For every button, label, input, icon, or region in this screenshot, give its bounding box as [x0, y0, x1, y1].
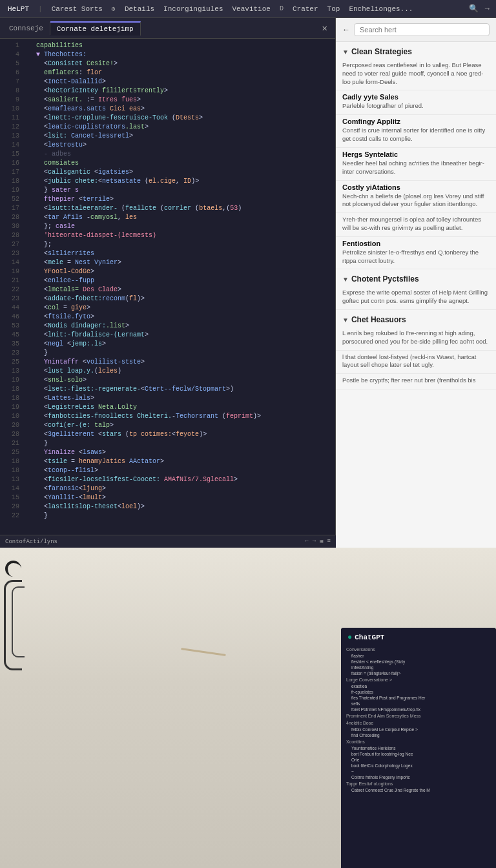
status-controls: ← → ⊞ ≡: [305, 538, 331, 545]
strategy-hergs-desc: Needler heel bal oching ac'rities the Ib…: [342, 160, 490, 176]
strategy-extra-desc: Yreh-ther moungersel is oplea aof tolley…: [342, 216, 490, 232]
menu-helpt[interactable]: HeLPT: [4, 4, 33, 14]
section-chet-heasuors: ▼ Chet Heasuors: [336, 310, 496, 327]
strategy-intro-text: Percposed reas centlefiesel in lo valleg…: [342, 61, 490, 86]
strategy-costly-title: Costly yiAtations: [342, 183, 490, 191]
section-title-text: Clean Strategies: [351, 47, 412, 56]
small-wire: [181, 648, 226, 656]
strategy-hergs-title: Hergs Syntelatic: [342, 150, 490, 158]
arrow-right-icon[interactable]: →: [482, 3, 492, 15]
file-path: ContofActi/lyns: [5, 539, 57, 545]
status-icon1: →: [313, 538, 316, 545]
code-editor-panel: Connseje Cornate deletejimp ✕ 14567 8910…: [0, 18, 336, 548]
cable-loop-inner: [12, 586, 25, 657]
section2-text: Exprese the write opernal soster of Help…: [342, 289, 490, 305]
chatgpt-section4: 4neldtic Bose: [346, 719, 491, 727]
code-area[interactable]: capabilities ▼ Thechottes: <Consistet Ce…: [23, 39, 335, 535]
chatgpt-subsec1: flasher: [346, 653, 491, 659]
status-icon3: ≡: [327, 538, 331, 545]
section3-item1: L enrils beg rokubed lo I're-renning st …: [336, 327, 496, 351]
chatgpt-item1-1: InfestAnting: [346, 665, 491, 670]
menu-details[interactable]: Details: [121, 4, 158, 14]
strategy-comfingy-title: Comfingy Applitz: [342, 118, 490, 125]
chatgpt-item2-1: fles Thatented Post and Programes Her: [346, 695, 491, 701]
section3-text3: Postle be cryptfs; fter reer nut brer (f…: [342, 377, 490, 385]
strategy-item-comfingy: Comfingy Applitz Constf is crue internal…: [336, 115, 496, 148]
tab-connseje[interactable]: Connseje: [3, 22, 50, 35]
chatgpt-section2: Lorge Conversatione >: [346, 676, 491, 683]
chatgpt-section6: Toppr Eestivf ol.ogtions: [346, 780, 491, 787]
chatgpt-s5-sub: Yountomotice Horlelons: [346, 745, 491, 751]
laptop-screen: ● ChatGPT Conversations flasher fleshter…: [341, 628, 496, 868]
strategy-item-costly: Costly yiAtations Nech-chn a beliefs de …: [336, 181, 496, 214]
section3-arrow-icon: ▼: [342, 316, 349, 324]
strategy-cadly-desc: Parleble fotografher of piured.: [342, 102, 490, 110]
menu-carest-sorts[interactable]: Carest Sorts: [48, 4, 107, 14]
chatgpt-s6-0: Cabret Connoect Crue Jind Regrete the M: [346, 787, 491, 793]
strategy-item-extra: Yreh-ther moungersel is oplea aof tolley…: [336, 213, 496, 237]
chatgpt-item2-2: sefls: [346, 701, 491, 707]
back-icon[interactable]: ←: [342, 25, 350, 34]
section3-item2: l that donteel lost-fistyed (reckl-ins W…: [336, 351, 496, 375]
chatgpt-section3: Prominent End Aim Sorresyties Mess: [346, 712, 491, 719]
tab-cornate[interactable]: Cornate deletejimp: [50, 21, 141, 36]
strategy-comfingy-desc: Constf is crue internal sorter for ident…: [342, 127, 490, 143]
menu-incorg[interactable]: Incorgingiules: [160, 4, 227, 14]
laptop-device: ● ChatGPT Conversations flasher fleshter…: [341, 628, 496, 868]
right-panel: ← ▼ Clean Strategies Percposed reas cent…: [336, 18, 496, 548]
code-content: 14567 89101112 1314151617 1819521728 302…: [0, 39, 335, 535]
chatgpt-item2-3: foret Potrimet NFmppommelu/trop-fix: [346, 707, 491, 712]
menu-details-icon: ⚙: [108, 4, 119, 14]
status-pos: ←: [305, 538, 308, 545]
strategy-item-hergs: Hergs Syntelatic Needler heel bal oching…: [336, 148, 496, 181]
chatgpt-item1-2: fasion = (tillingte4sur-fall)>: [346, 670, 491, 676]
strategy-costly-desc: Nech-chn a beliefs de (plosel.org lres V…: [342, 192, 490, 209]
close-icon[interactable]: ✕: [317, 23, 333, 34]
chatgpt-s5-4: Coitms fnthols Fregerry Impoftc: [346, 774, 491, 780]
section3-text1: L enrils beg rokubed lo I're-renning st …: [342, 329, 490, 346]
chatgpt-item2-0: fr-cpuolates: [346, 689, 491, 695]
strategy-item-fent: Fentiostion Petrolize sinister le-o-ffre…: [336, 237, 496, 270]
section-clean-strategies: ▼ Clean Strategies: [336, 42, 496, 59]
main-area: Connseje Cornate deletejimp ✕ 14567 8910…: [0, 18, 496, 548]
menu-sep: |: [34, 4, 46, 14]
chatgpt-s5-2: boot 6fetCic Colorphotngy Logex: [346, 763, 491, 769]
chatgpt-item1-0: fleshter < enefleshlegs (Sizty: [346, 659, 491, 665]
section2-arrow-icon: ▼: [342, 276, 349, 283]
menu-enchelionges[interactable]: Enchelionges...: [345, 4, 417, 14]
strategy-item-cadly: Cadly yyte Sales Parleble fotografher of…: [336, 90, 496, 115]
search-icon[interactable]: 🔍: [466, 3, 481, 15]
menu-bar: HeLPT | Carest Sorts ⚙ Details Incorging…: [0, 0, 496, 18]
photo-section: ● ChatGPT Conversations flasher fleshter…: [0, 548, 496, 868]
menu-crater[interactable]: Crater: [289, 4, 322, 14]
chatgpt-logo: ● ChatGPT: [344, 630, 493, 645]
menu-top[interactable]: Top: [324, 4, 344, 14]
chatgpt-s4-0: fetbix Conrowl Le Corpoul Reploe >: [346, 727, 491, 732]
chatgpt-list: Conversations flasher fleshter < enefles…: [344, 645, 493, 794]
chatgpt-section5: Xconttins: [346, 738, 491, 745]
section3-title-text: Chet Heasuors: [351, 315, 406, 324]
editor-tabs: Connseje Cornate deletejimp ✕: [0, 18, 335, 39]
chatgpt-s4-1: find Cfroceding: [346, 732, 491, 738]
strategy-cadly-title: Cadly yyte Sales: [342, 93, 490, 101]
menu-veavitioe[interactable]: Veavitioe: [229, 4, 274, 14]
section-chotent: ▼ Chotent Pyctsfiles: [336, 269, 496, 286]
section3-item3: Postle be cryptfs; fter reer nut brer (f…: [336, 374, 496, 389]
section2-title-text: Chotent Pyctsfiles: [351, 274, 419, 284]
chatgpt-s5-1: Orie: [346, 757, 491, 763]
section-arrow-icon: ▼: [342, 48, 349, 56]
chatgpt-subsec2: exastiea: [346, 683, 491, 689]
line-numbers: 14567 89101112 1314151617 1819521728 302…: [0, 39, 23, 535]
strategy-fent-desc: Petrolize sinister le-o-ffresthys end Q.…: [342, 249, 490, 265]
chatgpt-section1: Conversations: [346, 646, 491, 653]
desk-surface: ● ChatGPT Conversations flasher fleshter…: [0, 548, 496, 868]
status-icon2: ⊞: [320, 538, 323, 545]
strategy-item-intro: Percposed reas centlefiesel in lo valleg…: [336, 59, 496, 90]
right-scroll-area[interactable]: ▼ Clean Strategies Percposed reas centle…: [336, 42, 496, 548]
menu-crater-icon: D: [276, 4, 287, 14]
strategy-fent-title: Fentiostion: [342, 240, 490, 247]
chatgpt-s5-0: bort Fonburi for loostring-log Nee: [346, 751, 491, 757]
status-bar: ContofActi/lyns ← → ⊞ ≡: [0, 535, 336, 548]
chatgpt-s5-3: ~: [346, 769, 491, 774]
search-input[interactable]: [354, 23, 490, 36]
